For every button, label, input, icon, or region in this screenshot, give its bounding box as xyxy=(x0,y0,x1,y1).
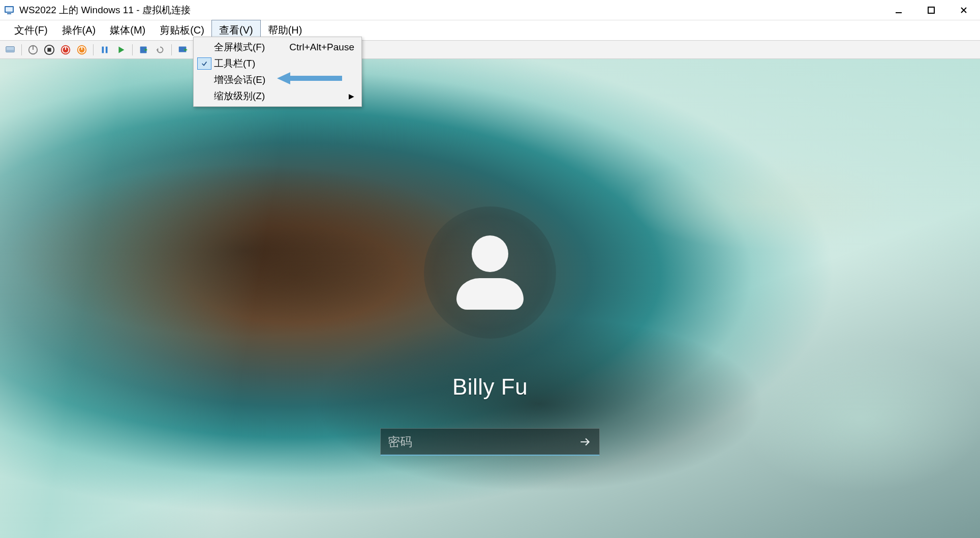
svg-rect-2 xyxy=(7,13,11,14)
send-cad-icon[interactable] xyxy=(3,43,17,57)
menu-check-empty xyxy=(195,39,214,55)
menu-media[interactable]: 媒体(M) xyxy=(103,20,152,40)
checkpoint-icon[interactable] xyxy=(137,43,151,57)
view-toolbar-item[interactable]: 工具栏(T) xyxy=(195,55,360,72)
toolbar xyxy=(0,41,980,59)
menu-check-empty xyxy=(195,72,214,88)
login-username: Billy Fu xyxy=(452,374,528,400)
play-icon[interactable] xyxy=(114,43,128,57)
stop-icon[interactable] xyxy=(42,43,56,57)
submenu-arrow-icon: ▶ xyxy=(349,92,354,100)
power-icon[interactable] xyxy=(26,43,40,57)
toolbar-separator xyxy=(93,44,94,55)
window-minimize-button[interactable] xyxy=(882,0,915,20)
submit-login-button[interactable] xyxy=(575,432,595,452)
reset-icon[interactable] xyxy=(75,43,89,57)
menu-check-empty xyxy=(195,88,214,104)
toolbar-separator xyxy=(132,44,133,55)
title-bar: WS2022 上的 Windows 11 - 虚拟机连接 xyxy=(0,0,980,20)
svg-marker-25 xyxy=(277,72,342,84)
avatar-background xyxy=(424,206,556,339)
user-avatar-icon xyxy=(449,232,531,313)
svg-rect-1 xyxy=(6,7,13,12)
toolbar-separator xyxy=(21,44,22,55)
toolbar-separator xyxy=(171,44,172,55)
menu-file[interactable]: 文件(F) xyxy=(7,20,55,40)
window-title: WS2022 上的 Windows 11 - 虚拟机连接 xyxy=(19,4,191,17)
svg-rect-3 xyxy=(896,12,902,13)
menu-item-label: 全屏模式(F) xyxy=(214,41,265,54)
view-fullscreen-item[interactable]: 全屏模式(F) Ctrl+Alt+Pause xyxy=(195,39,360,55)
svg-rect-18 xyxy=(106,46,108,53)
view-zoom-item[interactable]: 缩放级别(Z) ▶ xyxy=(195,88,360,104)
guest-vm-desktop[interactable]: Billy Fu xyxy=(0,59,980,538)
menu-bar: 文件(F) 操作(A) 媒体(M) 剪贴板(C) 查看(V) 帮助(H) xyxy=(0,20,980,41)
svg-rect-16 xyxy=(81,46,82,49)
svg-rect-8 xyxy=(33,46,34,49)
login-panel: Billy Fu xyxy=(348,206,632,456)
password-field-wrap xyxy=(380,428,600,456)
annotation-arrow xyxy=(277,71,343,87)
enhanced-session-icon[interactable] xyxy=(176,43,190,57)
menu-item-label: 缩放级别(Z) xyxy=(214,89,265,103)
svg-rect-6 xyxy=(6,50,15,52)
menu-item-label: 增强会话(E) xyxy=(214,73,265,86)
menu-item-label: 工具栏(T) xyxy=(214,57,255,70)
svg-marker-19 xyxy=(118,46,124,53)
svg-rect-17 xyxy=(102,46,104,53)
svg-rect-13 xyxy=(65,46,66,49)
window-maximize-button[interactable] xyxy=(915,0,947,20)
shutdown-icon[interactable] xyxy=(58,43,73,57)
svg-rect-10 xyxy=(47,48,51,51)
pause-icon[interactable] xyxy=(98,43,112,57)
check-icon xyxy=(197,57,211,70)
window-close-button[interactable] xyxy=(947,0,980,20)
revert-icon[interactable] xyxy=(153,43,167,57)
password-input[interactable] xyxy=(388,435,575,449)
menu-action[interactable]: 操作(A) xyxy=(55,20,103,40)
app-icon xyxy=(3,4,15,16)
menu-item-shortcut: Ctrl+Alt+Pause xyxy=(279,42,354,53)
svg-rect-4 xyxy=(928,7,934,13)
